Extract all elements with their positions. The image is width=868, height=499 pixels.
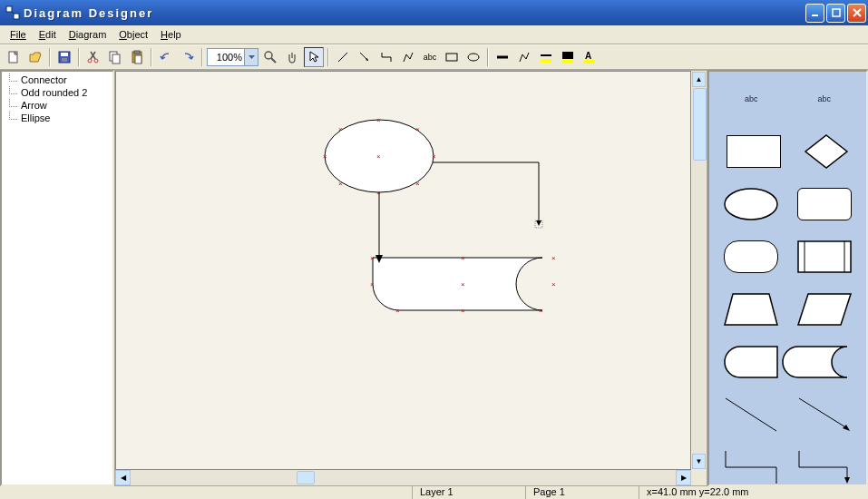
text-tool-button[interactable]: abc xyxy=(420,47,440,67)
svg-text:×: × xyxy=(432,152,436,161)
fillcolor-button[interactable] xyxy=(558,47,578,67)
tree-item[interactable]: Arrow xyxy=(4,99,111,112)
palette-rounded-rect[interactable] xyxy=(797,188,852,220)
pointer-tool-button[interactable] xyxy=(304,47,324,67)
svg-rect-28 xyxy=(562,60,573,64)
svg-rect-30 xyxy=(584,60,595,64)
menu-edit[interactable]: Edit xyxy=(34,27,62,42)
svg-line-54 xyxy=(726,398,776,431)
tree-item[interactable]: Connector xyxy=(4,73,111,86)
svg-rect-22 xyxy=(446,54,457,61)
svg-text:A: A xyxy=(585,51,591,61)
save-button[interactable] xyxy=(54,47,74,67)
menu-object[interactable]: Object xyxy=(113,27,153,42)
scroll-thumb[interactable] xyxy=(693,88,707,161)
rect-tool-button[interactable] xyxy=(442,47,462,67)
menu-diagram[interactable]: Diagram xyxy=(63,27,112,42)
canvas[interactable]: ×× ×× ×× ×× × ××× ××× ××× xyxy=(115,71,691,470)
svg-text:×: × xyxy=(370,254,375,262)
shape-palette: abc abc xyxy=(707,70,868,486)
pan-tool-button[interactable] xyxy=(282,47,302,67)
svg-rect-27 xyxy=(562,52,573,59)
scroll-left-icon[interactable]: ◀ xyxy=(115,470,131,485)
palette-text-label[interactable]: abc xyxy=(817,94,831,103)
linestyle-button[interactable] xyxy=(514,47,534,67)
scroll-right-icon[interactable]: ▶ xyxy=(676,470,691,485)
polyline-tool-button[interactable] xyxy=(398,47,418,67)
zoom-dropdown-icon[interactable] xyxy=(244,49,258,65)
copy-button[interactable] xyxy=(105,47,125,67)
svg-rect-9 xyxy=(61,53,68,56)
svg-rect-16 xyxy=(134,51,140,54)
svg-text:×: × xyxy=(323,152,327,161)
palette-odd-rounded-2[interactable] xyxy=(797,346,852,378)
svg-line-20 xyxy=(338,53,347,62)
menu-help[interactable]: Help xyxy=(155,27,187,42)
palette-subroutine[interactable] xyxy=(797,240,852,273)
open-button[interactable] xyxy=(25,47,45,67)
palette-trapezoid[interactable] xyxy=(724,293,778,326)
redo-button[interactable] xyxy=(178,47,198,67)
palette-odd-rounded[interactable] xyxy=(724,346,778,378)
scroll-down-icon[interactable]: ▼ xyxy=(692,454,706,469)
menu-file[interactable]: Filedocument.currentScript.previousEleme… xyxy=(5,27,32,42)
textcolor-button[interactable]: A xyxy=(580,47,600,67)
palette-line[interactable] xyxy=(724,396,778,433)
palette-connector-arrow[interactable] xyxy=(797,449,852,485)
svg-text:×: × xyxy=(461,307,465,315)
cut-button[interactable] xyxy=(83,47,103,67)
zoom-combo[interactable] xyxy=(207,48,258,66)
vertical-scrollbar[interactable]: ▲ ▼ xyxy=(691,71,707,470)
palette-capsule[interactable] xyxy=(724,240,778,273)
palette-text-label[interactable]: abc xyxy=(745,94,758,103)
new-button[interactable] xyxy=(4,47,24,67)
svg-text:×: × xyxy=(338,125,343,133)
svg-rect-14 xyxy=(112,54,120,64)
zoom-input[interactable] xyxy=(208,52,244,63)
svg-line-2 xyxy=(12,12,14,14)
menu-bar: Filedocument.currentScript.previousEleme… xyxy=(0,25,868,44)
svg-rect-51 xyxy=(798,241,851,272)
scroll-up-icon[interactable]: ▲ xyxy=(692,72,706,87)
svg-rect-4 xyxy=(833,9,840,16)
status-bar: Layer 1 Page 1 x=41.0 mm y=22.0 mm xyxy=(0,486,868,499)
palette-ellipse[interactable] xyxy=(724,188,778,220)
connector-tool-button[interactable] xyxy=(376,47,396,67)
palette-connector[interactable] xyxy=(724,449,778,485)
linecolor-button[interactable] xyxy=(536,47,556,67)
svg-text:×: × xyxy=(370,280,375,289)
svg-text:×: × xyxy=(551,254,556,262)
close-button[interactable] xyxy=(847,4,866,23)
scroll-thumb[interactable] xyxy=(297,471,315,484)
undo-button[interactable] xyxy=(156,47,176,67)
svg-text:×: × xyxy=(395,307,400,315)
horizontal-scrollbar[interactable]: ◀ ▶ xyxy=(115,470,691,485)
palette-arrow[interactable] xyxy=(797,396,852,433)
shape-connector[interactable] xyxy=(433,162,539,224)
shape-odd-rounded[interactable] xyxy=(373,258,542,310)
maximize-button[interactable] xyxy=(826,4,845,23)
palette-rectangle[interactable] xyxy=(727,135,781,168)
svg-text:×: × xyxy=(376,152,381,161)
palette-diamond[interactable] xyxy=(804,133,849,170)
minimize-button[interactable] xyxy=(805,4,824,23)
object-tree[interactable]: Connector Odd rounded 2 Arrow Ellipse xyxy=(0,70,114,486)
zoom-tool-button[interactable] xyxy=(260,47,280,67)
paste-button[interactable] xyxy=(127,47,147,67)
svg-line-19 xyxy=(271,58,276,63)
status-coords: x=41.0 mm y=22.0 mm xyxy=(639,486,850,499)
line-tool-button[interactable] xyxy=(333,47,353,67)
app-icon xyxy=(5,5,20,20)
main-area: Connector Odd rounded 2 Arrow Ellipse ××… xyxy=(0,70,868,486)
palette-parallelogram[interactable] xyxy=(797,293,852,326)
tree-item[interactable]: Ellipse xyxy=(4,112,111,124)
status-page: Page 1 xyxy=(525,486,639,499)
tree-item[interactable]: Odd rounded 2 xyxy=(4,86,111,99)
lineweight-button[interactable] xyxy=(493,47,512,67)
svg-line-55 xyxy=(799,398,847,428)
svg-text:×: × xyxy=(461,280,465,289)
arrow-tool-button[interactable] xyxy=(355,47,375,67)
svg-rect-26 xyxy=(541,59,551,63)
ellipse-tool-button[interactable] xyxy=(463,47,483,67)
svg-point-12 xyxy=(94,59,98,63)
